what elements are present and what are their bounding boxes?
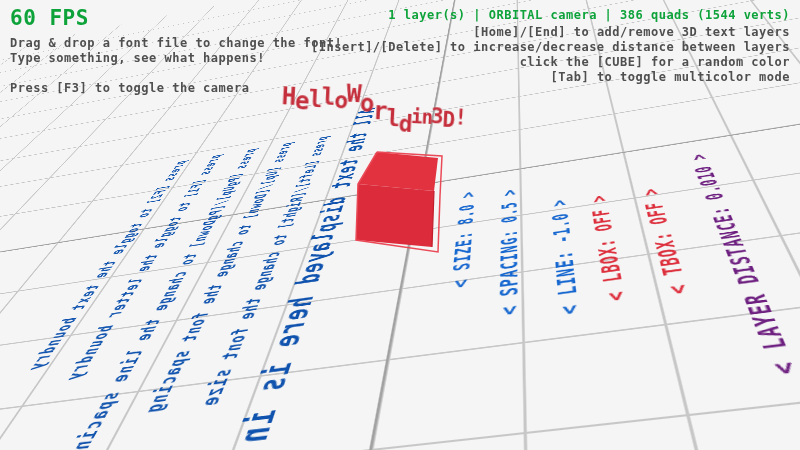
- ground-param-label: < LINE: -1.0 >: [547, 198, 582, 316]
- hint-add-remove-layers: [Home]/[End] to add/remove 3D text layer…: [473, 25, 790, 39]
- status-layers-camera-quads: 1 layer(s) | ORBITAL camera | 386 quads …: [388, 8, 790, 22]
- hint-drag-drop-font: Drag & drop a font file to change the fo…: [10, 36, 342, 50]
- ground-param-label: < LAYER DISTANCE: 0.010 >: [686, 152, 800, 376]
- hint-type-something: Type something, see what happens!: [10, 51, 265, 65]
- ground-param-label: < TBOX: OFF >: [638, 187, 693, 296]
- fps-counter: 60 FPS: [10, 6, 89, 30]
- ground-param-label: < LBOX: OFF >: [586, 194, 629, 303]
- ground-param-label: < SIZE: 8.0 >: [447, 190, 478, 289]
- cube-front-face: [356, 184, 434, 247]
- hint-toggle-camera: Press [F3] to toggle the camera: [10, 81, 249, 95]
- red-cube[interactable]: [352, 146, 444, 254]
- ground-param-label: < SPACING: 0.5 >: [495, 188, 521, 317]
- hint-layer-distance: [Insert]/[Delete] to increase/decrease d…: [311, 40, 790, 54]
- hint-cube-random-color: click the [CUBE] for a random color: [520, 55, 790, 69]
- hint-multicolor-mode: [Tab] to toggle multicolor mode: [551, 70, 790, 84]
- app-window: All the text displayed here is in 3Dpres…: [0, 0, 800, 450]
- wave-letter: !: [454, 105, 468, 130]
